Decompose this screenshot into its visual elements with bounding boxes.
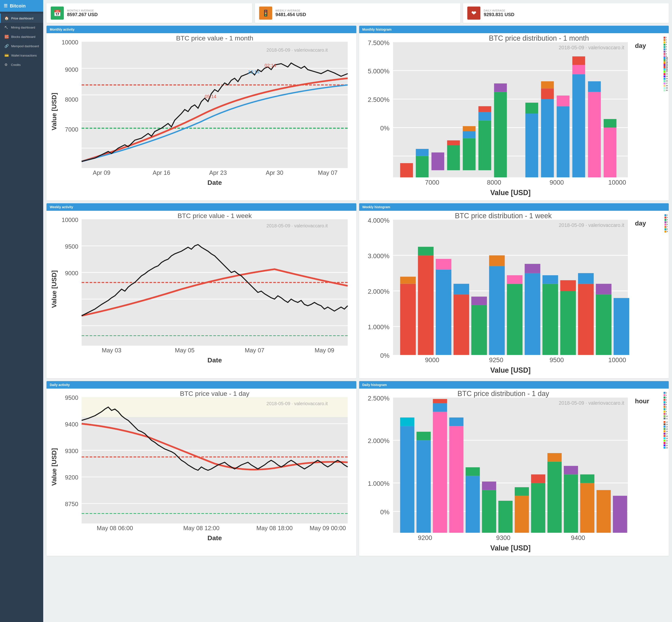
sidebar-item-mempool-dashboard[interactable]: 🔗 Mempool dashboard [0,41,43,51]
svg-rect-38 [478,112,491,120]
svg-text:9500: 9500 [65,394,78,401]
svg-rect-160 [449,426,463,533]
weekly-label: WEEKLY AVERAGE [276,9,306,12]
sidebar-item-wallet-transactions[interactable]: 💳 Wallet transactions [0,51,43,60]
svg-text:May 07: May 07 [245,347,264,353]
sidebar-item-mining-dashboard[interactable]: ⛏ Mining dashboard [0,23,43,32]
weekly-value: 9481.454 USD [276,12,306,17]
svg-text:9300: 9300 [496,534,510,541]
svg-text:May 03: May 03 [102,347,121,353]
svg-rect-37 [478,120,491,170]
svg-rect-29 [416,156,428,177]
svg-rect-93 [418,247,433,255]
hamburger-icon[interactable]: ☰ [4,3,7,8]
weekly-charts-row: Weekly activity [46,203,669,378]
svg-text:0%: 0% [380,509,390,516]
weekly-histogram-panel: Weekly histogram [359,203,669,378]
svg-rect-175 [580,483,594,533]
daily-histogram-panel: Daily histogram [359,381,669,556]
svg-rect-41 [494,83,507,92]
svg-text:May 09 00:00: May 09 00:00 [310,525,346,531]
svg-text:3.000%: 3.000% [367,252,389,260]
svg-text:Date: Date [208,534,222,541]
svg-text:BTC price distribution - 1 wee: BTC price distribution - 1 week [455,213,552,220]
svg-text:2018-05-09 · valeriovaccaro.it: 2018-05-09 · valeriovaccaro.it [267,401,328,406]
svg-text:Value [USD]: Value [USD] [50,93,58,130]
monthly-histogram-legend2: 16 17 18 19 20 21 22 23 24 25 26 27 28 2… [664,57,668,91]
svg-text:Value [USD]: Value [USD] [50,448,58,486]
weekly-activity-svg: 10000 9500 9000 May 03 May 05 May 07 May… [48,213,354,366]
svg-rect-167 [515,496,529,533]
svg-text:Value [USD]: Value [USD] [490,367,531,375]
svg-rect-114 [613,298,629,355]
svg-rect-35 [463,131,475,138]
svg-text:May 08 12:00: May 08 12:00 [183,525,219,531]
svg-text:9250: 9250 [489,356,503,364]
svg-text:BTC price distribution - 1 mon: BTC price distribution - 1 month [489,35,589,42]
svg-rect-33 [447,140,460,145]
svg-rect-112 [596,295,611,355]
sidebar-label-mining-dashboard: Mining dashboard [11,26,35,29]
weekly-histogram-body: 4.000% 3.000% 2.000% 1.000% 0% 9000 9250… [359,211,669,378]
svg-rect-158 [433,403,447,412]
svg-text:9400: 9400 [571,534,585,541]
svg-text:Value [USD]: Value [USD] [50,270,58,308]
monthly-charts-row: Monthly activity [46,26,669,201]
svg-text:1.000%: 1.000% [367,323,389,331]
svg-rect-100 [489,266,505,355]
svg-rect-174 [564,466,578,475]
svg-text:9000: 9000 [425,356,439,364]
svg-rect-113 [596,284,611,295]
svg-text:May 08 06:00: May 08 06:00 [97,525,133,531]
daily-label: DAILY AVERAGE [484,9,514,12]
sidebar-item-price-dashboard[interactable]: 🏠 Price dashboard [0,13,43,23]
svg-rect-42 [525,113,538,177]
svg-text:BTC price distribution - 1 day: BTC price distribution - 1 day [457,390,549,398]
sidebar-item-blocks-dashboard[interactable]: 🧱 Blocks dashboard [0,32,43,41]
svg-text:0%: 0% [380,352,390,359]
svg-rect-47 [557,106,569,178]
monthly-histogram-svg: 7.500% 5.000% 2.500% 0% 7000 8000 9000 1… [361,35,667,199]
svg-rect-157 [433,412,447,533]
svg-rect-110 [578,284,594,355]
svg-text:9000: 9000 [550,179,564,186]
svg-rect-176 [580,474,594,483]
stats-row: 📅 MONTHLY AVERAGE 8597.267 USD 🚦 WEEKLY … [46,3,669,23]
svg-rect-40 [494,92,507,177]
stat-weekly: 🚦 WEEKLY AVERAGE 9481.454 USD [255,3,461,23]
svg-text:7000: 7000 [65,126,78,133]
svg-text:9200: 9200 [418,534,432,541]
svg-rect-178 [613,496,627,533]
sidebar-item-credits[interactable]: ⚙ Credits [0,60,43,69]
weekly-icon: 🚦 [259,6,272,20]
svg-text:10000: 10000 [608,179,626,186]
weekly-activity-header: Weekly activity [46,203,356,211]
daily-activity-body: 9500 9400 9300 9200 8750 May 08 06:00 Ma… [46,388,356,545]
svg-rect-34 [463,138,475,170]
daily-icon: ❤ [467,6,481,20]
monthly-activity-panel: Monthly activity [46,26,356,201]
svg-rect-49 [572,74,585,177]
svg-rect-104 [525,273,540,355]
svg-text:9500: 9500 [65,243,78,250]
svg-rect-153 [400,426,414,533]
svg-rect-101 [489,255,505,266]
svg-text:BTC price value - 1 week: BTC price value - 1 week [178,213,252,219]
svg-rect-109 [560,280,576,291]
price-dashboard-icon: 🏠 [4,16,9,20]
svg-rect-155 [416,440,431,533]
svg-rect-106 [542,284,558,355]
svg-text:2.500%: 2.500% [367,96,389,103]
svg-text:Apr 30: Apr 30 [266,169,283,176]
svg-text:2.500%: 2.500% [367,394,389,402]
weekly-histogram-svg: 4.000% 3.000% 2.000% 1.000% 0% 9000 9250… [361,213,667,376]
svg-rect-28 [400,163,413,177]
svg-text:hour: hour [635,398,649,405]
sidebar-header: ☰ Bitcoin [0,0,43,12]
svg-text:13:14: 13:14 [248,69,259,74]
svg-text:4.000%: 4.000% [367,217,389,224]
daily-histogram-svg: 2.500% 2.000% 1.000% 0% 9200 9300 9400 V… [361,390,667,554]
svg-text:9200: 9200 [65,474,78,481]
svg-rect-52 [588,92,601,177]
svg-rect-162 [465,476,480,533]
